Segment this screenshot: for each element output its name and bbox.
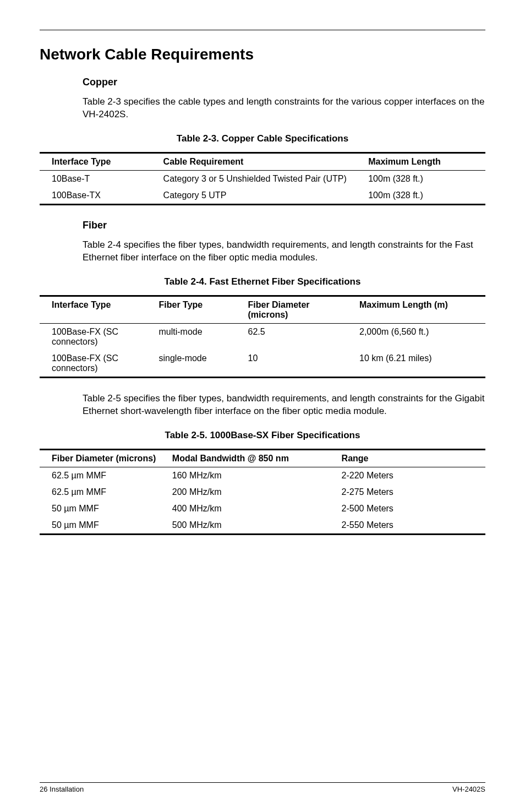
cell: 50 µm MMF [40,500,165,517]
table-row: 100Base-TX Category 5 UTP 100m (328 ft.) [40,187,485,205]
table-row: 10Base-T Category 3 or 5 Unshielded Twis… [40,170,485,187]
table-header-row: Fiber Diameter (microns) Modal Bandwidth… [40,449,485,467]
col-fiber-diameter: Fiber Diameter (microns) [240,296,352,323]
col-range: Range [334,449,485,467]
cell: 62.5 [240,323,352,350]
cell: 400 MHz/km [165,500,334,517]
table-row: 50 µm MMF 500 MHz/km 2-550 Meters [40,517,485,535]
table-1000base-sx-fiber: Fiber Diameter (microns) Modal Bandwidth… [40,449,485,535]
cell: 200 MHz/km [165,484,334,500]
table-row: 100Base-FX (SC connectors) single-mode 1… [40,350,485,378]
cell: 62.5 µm MMF [40,467,165,484]
col-modal-bandwidth: Modal Bandwidth @ 850 nm [165,449,334,467]
footer-right: VH-2402S [452,785,485,793]
cell: 100Base-TX [40,187,156,205]
table-header-row: Interface Type Fiber Type Fiber Diameter… [40,296,485,323]
table-fast-ethernet-fiber: Interface Type Fiber Type Fiber Diameter… [40,295,485,378]
table-row: 62.5 µm MMF 200 MHz/km 2-275 Meters [40,484,485,500]
cell: multi-mode [151,323,240,350]
fiber-intro-5: Table 2-5 specifies the fiber types, ban… [83,393,485,418]
table-row: 62.5 µm MMF 160 MHz/km 2-220 Meters [40,467,485,484]
table-2-4-caption: Table 2-4. Fast Ethernet Fiber Specifica… [40,276,485,287]
cell: 160 MHz/km [165,467,334,484]
cell: Category 5 UTP [156,187,361,205]
cell: Category 3 or 5 Unshielded Twisted Pair … [156,170,361,187]
table-2-5-caption: Table 2-5. 1000Base-SX Fiber Specificati… [40,430,485,441]
col-interface-type: Interface Type [40,152,156,170]
table-header-row: Interface Type Cable Requirement Maximum… [40,152,485,170]
cell: 2-550 Meters [334,517,485,535]
col-cable-requirement: Cable Requirement [156,152,361,170]
cell: 2,000m (6,560 ft.) [352,323,485,350]
col-fiber-type: Fiber Type [151,296,240,323]
col-maximum-length: Maximum Length [360,152,485,170]
table-2-3-caption: Table 2-3. Copper Cable Specifications [40,133,485,144]
copper-heading: Copper [83,77,485,88]
col-fiber-diameter: Fiber Diameter (microns) [40,449,165,467]
cell: single-mode [151,350,240,378]
top-rule [40,30,485,30]
section-title: Network Cable Requirements [40,46,485,63]
cell: 100m (328 ft.) [360,170,485,187]
cell: 50 µm MMF [40,517,165,535]
cell: 62.5 µm MMF [40,484,165,500]
fiber-intro: Table 2-4 specifies the fiber types, ban… [83,239,485,264]
col-interface-type: Interface Type [40,296,151,323]
footer-left: 26 Installation [40,785,84,793]
cell: 10Base-T [40,170,156,187]
col-maximum-length: Maximum Length (m) [352,296,485,323]
cell: 2-500 Meters [334,500,485,517]
cell: 100Base-FX (SC connectors) [40,323,151,350]
cell: 2-220 Meters [334,467,485,484]
table-row: 50 µm MMF 400 MHz/km 2-500 Meters [40,500,485,517]
cell: 100m (328 ft.) [360,187,485,205]
footer-rule [40,782,485,783]
page-footer: 26 Installation VH-2402S [40,782,485,793]
cell: 500 MHz/km [165,517,334,535]
table-copper-specs: Interface Type Cable Requirement Maximum… [40,152,485,205]
copper-intro: Table 2-3 specifies the cable types and … [83,96,485,121]
cell: 10 km (6.21 miles) [352,350,485,378]
fiber-heading: Fiber [83,220,485,231]
cell: 10 [240,350,352,378]
table-row: 100Base-FX (SC connectors) multi-mode 62… [40,323,485,350]
cell: 2-275 Meters [334,484,485,500]
cell: 100Base-FX (SC connectors) [40,350,151,378]
